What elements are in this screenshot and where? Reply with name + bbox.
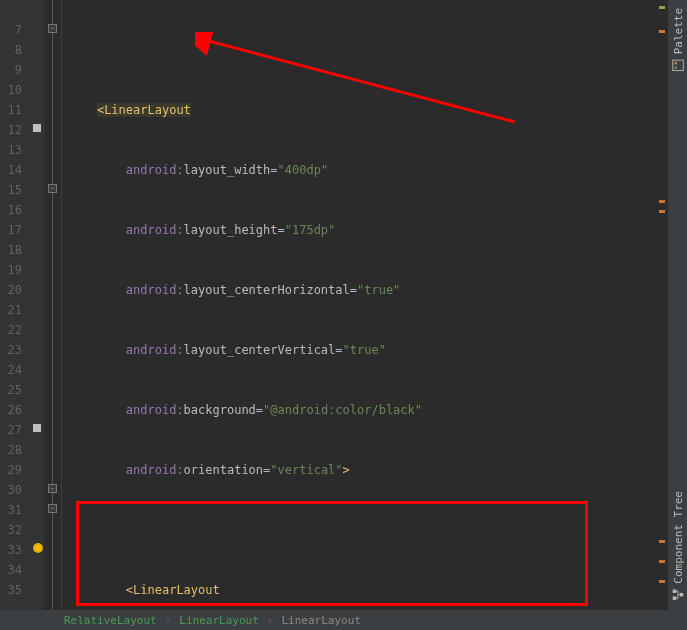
line-number: 31 bbox=[0, 500, 22, 520]
palette-tab[interactable]: Palette bbox=[669, 0, 687, 80]
line-number: 24 bbox=[0, 360, 22, 380]
line-number: 20 bbox=[0, 280, 22, 300]
line-number: 13 bbox=[0, 140, 22, 160]
svg-rect-3 bbox=[672, 597, 676, 601]
component-tree-tab[interactable]: Component Tree bbox=[669, 483, 687, 610]
svg-rect-4 bbox=[672, 590, 676, 594]
marker-gutter bbox=[30, 0, 44, 610]
line-number bbox=[0, 0, 22, 20]
svg-rect-0 bbox=[672, 60, 683, 71]
svg-rect-2 bbox=[674, 62, 677, 65]
line-number: 21 bbox=[0, 300, 22, 320]
fold-toggle-icon[interactable]: - bbox=[48, 504, 57, 513]
palette-icon bbox=[671, 58, 685, 72]
line-number: 32 bbox=[0, 520, 22, 540]
line-number: 7 bbox=[0, 20, 22, 40]
line-number: 11 bbox=[0, 100, 22, 120]
line-number: 23 bbox=[0, 340, 22, 360]
intention-bulb-icon[interactable] bbox=[33, 543, 43, 553]
line-number: 25 bbox=[0, 380, 22, 400]
xml-tag: <LinearLayout bbox=[97, 103, 191, 117]
code-editor[interactable]: <LinearLayout android:layout_width="400d… bbox=[62, 0, 667, 610]
line-number: 17 bbox=[0, 220, 22, 240]
line-number-gutter: 7 8 9 10 11 12 13 14 15 16 17 18 19 20 2… bbox=[0, 0, 30, 610]
error-stripe[interactable] bbox=[657, 0, 667, 610]
line-number: 18 bbox=[0, 240, 22, 260]
palette-label: Palette bbox=[671, 8, 684, 54]
fold-toggle-icon[interactable]: - bbox=[48, 184, 57, 193]
line-number: 22 bbox=[0, 320, 22, 340]
line-number: 14 bbox=[0, 160, 22, 180]
component-tree-label: Component Tree bbox=[671, 491, 684, 584]
fold-toggle-icon[interactable]: - bbox=[48, 24, 57, 33]
tree-icon bbox=[671, 588, 685, 602]
line-number: 12 bbox=[0, 120, 22, 140]
line-number: 29 bbox=[0, 460, 22, 480]
line-number: 35 bbox=[0, 580, 22, 600]
right-tool-sidebar: Palette Component Tree bbox=[667, 0, 687, 610]
line-number: 10 bbox=[0, 80, 22, 100]
line-number: 26 bbox=[0, 400, 22, 420]
line-number: 19 bbox=[0, 260, 22, 280]
line-number: 27 bbox=[0, 420, 22, 440]
breakpoint-marker-icon[interactable] bbox=[33, 124, 41, 132]
line-number: 15 bbox=[0, 180, 22, 200]
xml-tag: <LinearLayout bbox=[126, 583, 220, 597]
breakpoint-marker-icon[interactable] bbox=[33, 424, 41, 432]
line-number: 34 bbox=[0, 560, 22, 580]
line-number: 8 bbox=[0, 40, 22, 60]
line-number: 28 bbox=[0, 440, 22, 460]
fold-toggle-icon[interactable]: - bbox=[48, 484, 57, 493]
fold-gutter: - - - - bbox=[44, 0, 62, 610]
line-number: 16 bbox=[0, 200, 22, 220]
svg-rect-5 bbox=[679, 593, 683, 597]
line-number: 30 bbox=[0, 480, 22, 500]
editor-area: 7 8 9 10 11 12 13 14 15 16 17 18 19 20 2… bbox=[0, 0, 687, 610]
line-number: 33 bbox=[0, 540, 22, 560]
svg-rect-1 bbox=[674, 66, 677, 69]
line-number: 9 bbox=[0, 60, 22, 80]
